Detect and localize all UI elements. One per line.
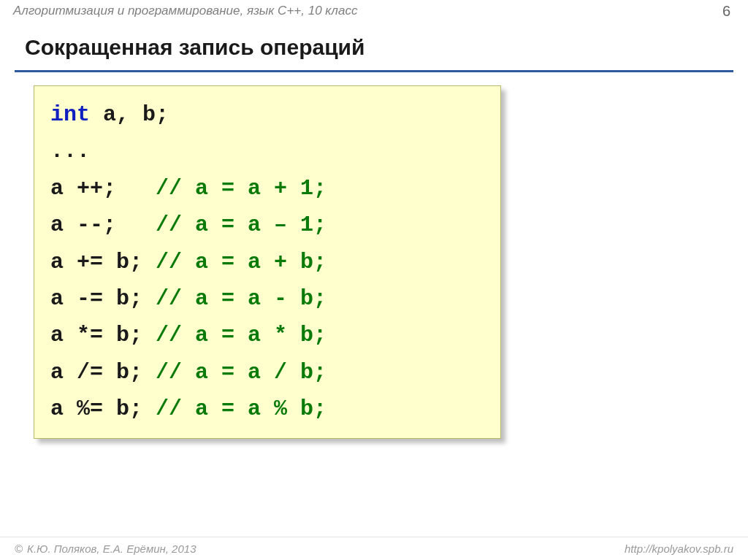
code-line: a %= b; // a = a % b; bbox=[50, 391, 484, 427]
content-area: int a, b; ... a ++; // a = a + 1; a --; … bbox=[0, 72, 748, 439]
code-line: a -= b; // a = a - b; bbox=[50, 280, 484, 317]
code-comment: // a = a + b; bbox=[156, 250, 327, 275]
code-comment: // a = a + 1; bbox=[156, 176, 327, 201]
code-stmt: a /= b; bbox=[50, 360, 156, 385]
code-box: int a, b; ... a ++; // a = a + 1; a --; … bbox=[34, 85, 501, 439]
code-stmt: a %= b; bbox=[50, 396, 156, 421]
code-line: a /= b; // a = a / b; bbox=[50, 354, 484, 391]
authors: К.Ю. Поляков, Е.А. Ерёмин, 2013 bbox=[27, 542, 196, 555]
code-ellipsis: ... bbox=[50, 133, 484, 169]
course-title: Алгоритмизация и программирование, язык … bbox=[13, 4, 357, 18]
code-stmt: a += b; bbox=[50, 250, 156, 275]
keyword-int: int bbox=[50, 102, 90, 127]
slide-title: Сокращенная запись операций bbox=[25, 35, 723, 60]
footer: © К.Ю. Поляков, Е.А. Ерёмин, 2013 http:/… bbox=[0, 537, 748, 560]
code-comment: // a = a – 1; bbox=[156, 212, 327, 237]
code-line: a ++; // a = a + 1; bbox=[50, 170, 484, 207]
code-comment: // a = a - b; bbox=[156, 286, 327, 311]
code-line: a *= b; // a = a * b; bbox=[50, 317, 484, 353]
code-comment: // a = a * b; bbox=[156, 323, 327, 348]
code-declaration: int a, b; bbox=[50, 96, 484, 133]
code-comment: // a = a / b; bbox=[156, 360, 327, 385]
decl-rest: a, b; bbox=[90, 102, 169, 127]
slide: Алгоритмизация и программирование, язык … bbox=[0, 0, 748, 560]
copyright-icon: © bbox=[15, 542, 23, 555]
code-line: a += b; // a = a + b; bbox=[50, 244, 484, 280]
site-link[interactable]: http://kpolyakov.spb.ru bbox=[625, 542, 733, 555]
code-comment: // a = a % b; bbox=[156, 396, 327, 421]
page-number: 6 bbox=[722, 3, 730, 20]
code-line: a --; // a = a – 1; bbox=[50, 207, 484, 243]
code-stmt: a -= b; bbox=[50, 286, 156, 311]
code-stmt: a *= b; bbox=[50, 323, 156, 348]
copyright: © К.Ю. Поляков, Е.А. Ерёмин, 2013 bbox=[15, 542, 196, 555]
top-bar: Алгоритмизация и программирование, язык … bbox=[0, 0, 748, 22]
code-stmt: a --; bbox=[50, 212, 156, 237]
code-stmt: a ++; bbox=[50, 176, 156, 201]
title-wrap: Сокращенная запись операций bbox=[0, 22, 748, 66]
